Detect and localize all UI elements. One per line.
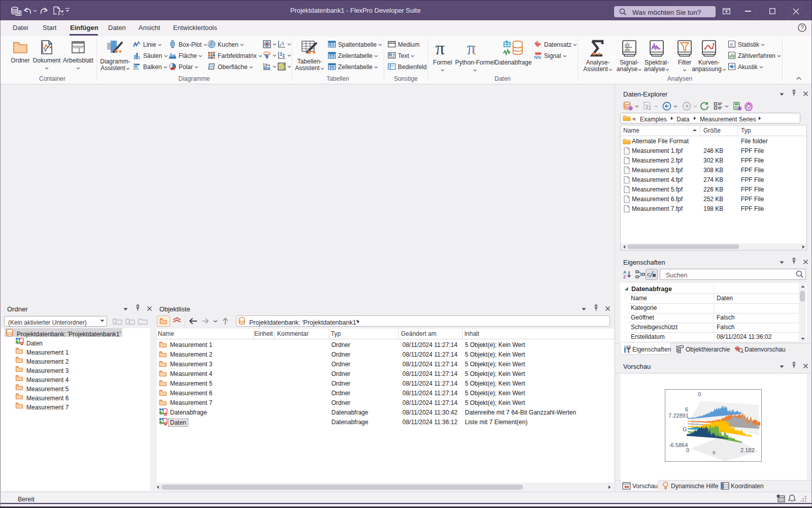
svg-text:dx: dx xyxy=(625,46,630,52)
svg-text:Z: Z xyxy=(623,274,626,279)
svg-text:A: A xyxy=(389,53,391,56)
svg-text:?: ? xyxy=(801,24,804,30)
svg-text:π: π xyxy=(435,40,445,57)
